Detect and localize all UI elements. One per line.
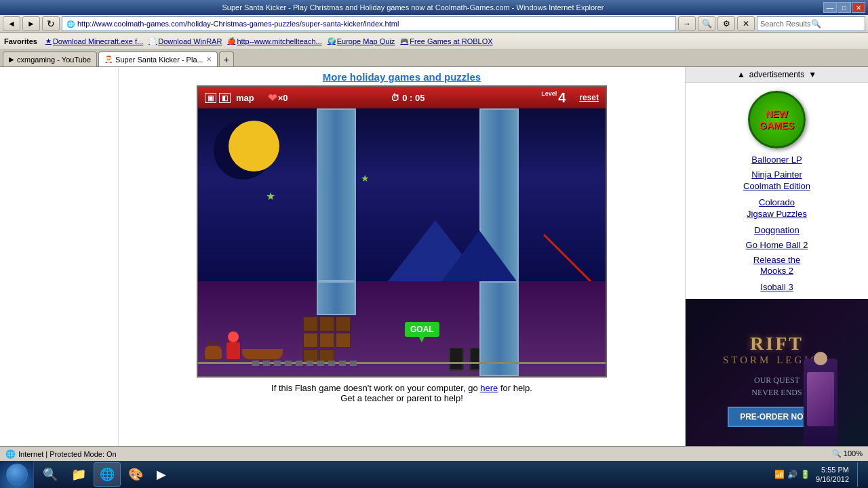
- search-icon[interactable]: 🔍: [698, 16, 715, 31]
- flash-text-1: If this Flash game doesn't work on your …: [271, 383, 478, 393]
- fav-item-2[interactable]: 📄Download WinRAR: [149, 37, 222, 45]
- flash-text-2: for help.: [500, 383, 532, 393]
- forward-button[interactable]: ►: [22, 16, 40, 31]
- title-bar-text: Super Santa Kicker - Play Christmas and …: [3, 3, 823, 12]
- ads-arrow-left[interactable]: ▲: [737, 70, 745, 79]
- taskbar-ie-icon: 🌐: [100, 467, 115, 482]
- status-zoom: 🔍 100%: [832, 449, 863, 458]
- reindeer: [205, 346, 222, 359]
- taskbar-right: 📶 🔊 🔋 5:55 PM 9/16/2012: [769, 462, 868, 487]
- taskbar-item-ie[interactable]: 🌐: [94, 462, 121, 487]
- robot-1: [449, 347, 464, 371]
- nav-extra-1[interactable]: ⚙: [717, 16, 735, 31]
- fav-item-4[interactable]: 🌍Europe Map Quiz: [328, 37, 395, 45]
- game-link-colorado[interactable]: ColoradoJigsaw Puzzles: [747, 196, 807, 222]
- system-clock: 5:55 PM 9/16/2012: [816, 465, 849, 485]
- tab-close-santa[interactable]: ✕: [206, 56, 212, 63]
- taskbar-item-media[interactable]: ▶: [151, 462, 172, 487]
- flash-here-link[interactable]: here: [480, 383, 498, 393]
- start-button[interactable]: [0, 461, 34, 488]
- rift-tagline: OUR QUEST NEVER ENDS: [751, 374, 802, 399]
- rift-ad-content: RIFT STORM LEGION OUR QUEST NEVER ENDS P…: [686, 299, 868, 460]
- santa-sled: [205, 331, 283, 359]
- address-text: http://www.coolmath-games.com/holiday-Ch…: [77, 20, 671, 28]
- right-panel: ▲ advertisements ▼ NEWGAMES Ballooner LP…: [685, 67, 868, 460]
- game-container[interactable]: ▣ ◧ map ❤ ×0 ⏱ 0 : 05 Level 4 reset: [197, 85, 607, 378]
- tab-bar: ▶ cxmgaming - YouTube 🎅 Super Santa Kick…: [0, 49, 868, 67]
- rift-title: RIFT: [750, 333, 804, 354]
- boxes-stack: [303, 317, 351, 364]
- taskbar-item-search[interactable]: 🔍: [37, 462, 64, 487]
- tab-favicon-youtube: ▶: [9, 56, 14, 63]
- rails: [252, 361, 361, 366]
- game-hud: ▣ ◧ map ❤ ×0 ⏱ 0 : 05 Level 4 reset: [198, 87, 606, 108]
- tab-title-youtube: cxmgaming - YouTube: [17, 56, 91, 64]
- ads-label: advertisements: [749, 70, 804, 79]
- taskbar-paint-icon: 🎨: [128, 467, 143, 482]
- hud-reset[interactable]: reset: [579, 93, 599, 102]
- status-left: 🌐 Internet | Protected Mode: On: [5, 449, 117, 459]
- game-link-release[interactable]: Release theMooks 2: [753, 253, 800, 279]
- moon: [229, 121, 279, 171]
- taskbar-items: 🔍 📁 🌐 🎨 ▶: [34, 462, 769, 487]
- tab-title-santa: Super Santa Kicker - Pla...: [115, 56, 203, 64]
- reload-button[interactable]: ↻: [42, 16, 60, 31]
- santa-figure: [226, 331, 240, 359]
- game-link-isoball[interactable]: Isoball 3: [760, 281, 793, 293]
- close-button[interactable]: ✕: [852, 2, 865, 13]
- nav-bar: ◄ ► ↻ 🌐 http://www.coolmath-games.com/ho…: [0, 15, 868, 33]
- hud-lives-count: ×0: [278, 93, 288, 103]
- hud-map: map: [236, 93, 254, 103]
- new-games-button[interactable]: NEWGAMES: [748, 91, 806, 148]
- title-bar-controls[interactable]: — □ ✕: [823, 2, 865, 13]
- left-pillar: [317, 108, 356, 281]
- rift-figure: [804, 338, 865, 460]
- ad-banner[interactable]: RIFT STORM LEGION OUR QUEST NEVER ENDS P…: [686, 299, 868, 460]
- page-title[interactable]: More holiday games and puzzles: [119, 67, 685, 85]
- status-globe-icon: 🌐: [5, 449, 16, 459]
- show-desktop-button[interactable]: [857, 462, 863, 487]
- hud-lives: ❤ ×0: [268, 92, 288, 104]
- main-content: More holiday games and puzzles ▣ ◧ map ❤…: [0, 67, 868, 460]
- game-ground: GOAL ▼: [198, 281, 606, 376]
- search-bar[interactable]: Search Results 🔍: [757, 16, 865, 31]
- goal-arrow: ▼: [416, 333, 427, 345]
- hud-ctrl1[interactable]: ▣: [205, 93, 216, 103]
- taskbar-search-icon: 🔍: [43, 467, 58, 482]
- hud-ctrl2[interactable]: ◧: [219, 93, 231, 103]
- minimize-button[interactable]: —: [823, 2, 837, 13]
- game-links: NEWGAMES Ballooner LP Ninja PainterCoolm…: [686, 83, 868, 299]
- nav-extra-2[interactable]: ✕: [737, 16, 755, 31]
- hud-level-label: Level: [541, 90, 557, 97]
- new-tab-button[interactable]: +: [219, 52, 234, 66]
- maximize-button[interactable]: □: [837, 2, 851, 13]
- fav-item-5[interactable]: 🎮Free Games at ROBLOX: [400, 37, 492, 45]
- go-button[interactable]: →: [678, 16, 696, 31]
- star-3: ★: [361, 173, 370, 184]
- ads-arrow-right[interactable]: ▼: [808, 70, 816, 79]
- systray-icons: 📶 🔊 🔋: [774, 470, 810, 479]
- game-link-ninja[interactable]: Ninja PainterCoolmath Edition: [743, 168, 810, 194]
- address-icon: 🌐: [66, 20, 75, 28]
- game-link-gohomeball[interactable]: Go Home Ball 2: [746, 239, 808, 251]
- search-placeholder: Search Results: [760, 20, 811, 28]
- tab-youtube[interactable]: ▶ cxmgaming - YouTube: [3, 52, 97, 66]
- search-icon: 🔍: [811, 19, 862, 28]
- fav-item-3[interactable]: 🍎http--www.mitchellteach...: [227, 37, 321, 45]
- tab-favicon-santa: 🎅: [104, 56, 113, 63]
- address-bar[interactable]: 🌐 http://www.coolmath-games.com/holiday-…: [62, 16, 676, 31]
- tab-santa[interactable]: 🎅 Super Santa Kicker - Pla... ✕: [98, 52, 218, 66]
- taskbar-item-explorer[interactable]: 📁: [65, 462, 92, 487]
- left-pillar-bottom: [317, 281, 356, 315]
- status-text: Internet | Protected Mode: On: [18, 450, 117, 458]
- fav-item-1[interactable]: ★Download Minecraft.exe f...: [45, 37, 143, 45]
- game-sky: ★ ★ ★: [198, 108, 606, 281]
- back-button[interactable]: ◄: [3, 16, 20, 31]
- hud-controls: ▣ ◧: [205, 93, 231, 103]
- taskbar-item-paint[interactable]: 🎨: [122, 462, 149, 487]
- game-link-ballooner[interactable]: Ballooner LP: [751, 153, 802, 166]
- start-orb: [6, 464, 28, 485]
- taskbar-explorer-icon: 📁: [71, 467, 86, 482]
- systray-volume-icon: 🔊: [787, 470, 797, 479]
- game-link-doggnation[interactable]: Doggnation: [754, 224, 800, 237]
